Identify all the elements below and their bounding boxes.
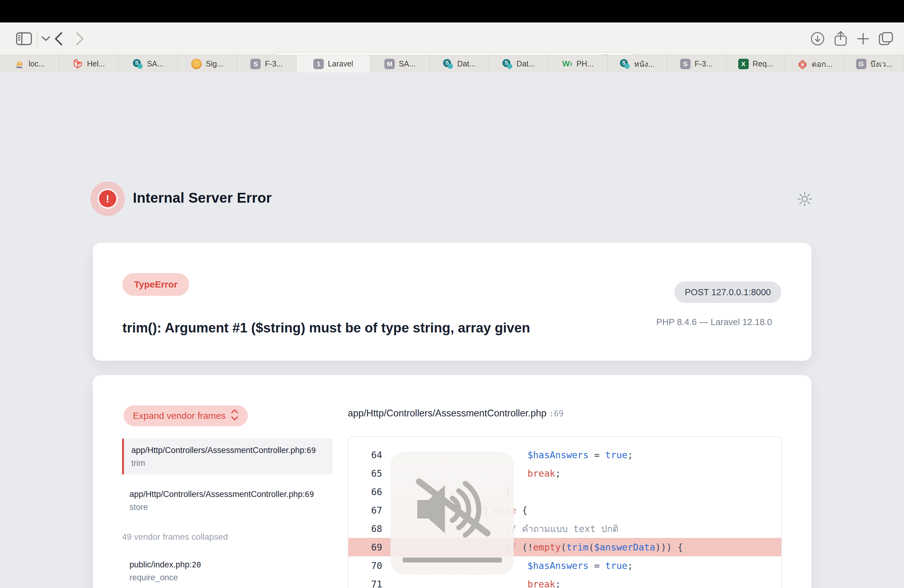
tab-9[interactable]: SDat... — [489, 55, 548, 73]
tab-label: F-3... — [695, 59, 713, 68]
letter-s-icon: S — [250, 59, 261, 69]
tab-7[interactable]: MSA... — [370, 55, 430, 73]
top-black-bar — [0, 0, 904, 22]
sharepoint-icon: S — [133, 59, 143, 69]
frame-method: trim — [131, 457, 333, 469]
code-file-line-ref: :69 — [549, 409, 564, 418]
tab-bar: PMAloc...Hel...SSA...Sig...SF-3...1Larav… — [0, 55, 904, 73]
browser-toolbar: 127.0.0.1 A x — [0, 22, 904, 55]
code-line-source: break; — [394, 579, 561, 588]
code-line-number: 66 — [354, 487, 382, 497]
tab-label: SA... — [147, 59, 164, 68]
tab-11[interactable]: Sหนัง... — [608, 55, 667, 73]
code-file-path: app/Http/Controllers/AssessmentControlle… — [348, 408, 547, 419]
trace-frame[interactable]: public/index.php:20require_once — [122, 553, 333, 588]
frame-method: store — [130, 501, 333, 513]
tab-label: ดอก... — [812, 58, 832, 70]
code-line-number: 65 — [354, 468, 382, 479]
new-tab-icon[interactable] — [857, 32, 869, 45]
tab-label: Dat... — [517, 59, 535, 68]
request-method-badge: POST 127.0.0.1:8000 — [674, 281, 781, 303]
sharepoint-icon: S — [502, 59, 512, 69]
tab-label: หนัง... — [634, 58, 654, 70]
share-icon[interactable] — [834, 31, 847, 46]
frame-line-number: 69 — [307, 446, 316, 455]
sidebar-toggle-icon[interactable] — [16, 32, 32, 45]
tab-label: Sig... — [206, 59, 223, 68]
tab-3[interactable]: SSA... — [119, 55, 178, 73]
tab-4[interactable]: Sig... — [178, 55, 237, 73]
letter-s-icon: S — [680, 59, 691, 69]
environment-versions: PHP 8.4.6 — Laravel 12.18.0 — [656, 317, 772, 327]
code-file-header: app/Http/Controllers/AssessmentControlle… — [348, 408, 564, 419]
tab-14[interactable]: ดอก... — [785, 55, 845, 73]
expand-collapse-chevrons-icon — [231, 409, 239, 423]
trace-frame-active[interactable]: app/Http/Controllers/AssessmentControlle… — [122, 439, 333, 474]
phpmyadmin-icon: PMA — [14, 59, 25, 69]
code-line-number: 67 — [354, 505, 382, 516]
exception-type-badge: TypeError — [122, 273, 189, 296]
code-line-number: 68 — [354, 523, 382, 534]
theme-toggle-sun-icon[interactable] — [797, 191, 812, 208]
exception-message: trim(): Argument #1 ($string) must be of… — [122, 320, 530, 335]
expand-vendor-frames-label: Expand vendor frames — [133, 411, 226, 421]
back-button-icon[interactable] — [54, 32, 63, 46]
tab-label: SA... — [399, 59, 416, 68]
tab-13[interactable]: XReq... — [726, 55, 785, 73]
exclamation-icon: ! — [99, 190, 116, 207]
letter-g-icon: G — [856, 59, 866, 69]
tab-label: loc... — [28, 59, 45, 68]
frame-path: public/index.php:20 — [130, 558, 333, 571]
tab-label: PH... — [577, 59, 594, 68]
volume-mute-hud — [390, 452, 514, 575]
red-chevrons-icon — [797, 59, 808, 69]
svg-text:PMA: PMA — [16, 66, 23, 69]
gold-seal-icon — [191, 59, 202, 69]
code-line-number: 71 — [354, 579, 382, 588]
muted-speaker-icon — [406, 473, 498, 546]
frame-line-number: 20 — [192, 560, 201, 569]
error-summary-card: TypeError trim(): Argument #1 ($string) … — [93, 243, 811, 361]
downloads-icon[interactable] — [811, 32, 825, 46]
sharepoint-icon: S — [443, 59, 453, 69]
frame-path: app/Http/Controllers/AssessmentControlle… — [131, 444, 333, 457]
frame-path: app/Http/Controllers/AssessmentControlle… — [130, 488, 333, 501]
tab-15[interactable]: Gบึงเว... — [845, 55, 904, 73]
w3schools-icon: W3 — [562, 59, 572, 69]
tab-6-active[interactable]: 1Laravel — [296, 55, 370, 73]
code-line: 71 break; — [348, 575, 781, 588]
tab-overview-icon[interactable] — [878, 32, 893, 46]
error-alert-icon: ! — [90, 182, 125, 216]
laravel-icon — [73, 59, 83, 69]
expand-vendor-frames-button[interactable]: Expand vendor frames — [123, 405, 248, 426]
page-title: Internal Server Error — [133, 190, 272, 206]
tab-5[interactable]: SF-3... — [237, 55, 296, 73]
code-line-number: 64 — [354, 450, 382, 460]
frame-method: require_once — [130, 571, 333, 584]
letter-m-icon: M — [384, 59, 395, 69]
trace-collapsed-note: 49 vendor frames collapsed — [122, 526, 334, 547]
excel-icon: X — [738, 59, 749, 69]
code-line-number: 69 — [354, 542, 382, 553]
tab-label: F-3... — [265, 59, 283, 68]
trace-frame[interactable]: app/Http/Controllers/AssessmentControlle… — [122, 482, 333, 518]
volume-level-bar — [403, 558, 502, 563]
tab-12[interactable]: SF-3... — [667, 55, 726, 73]
tab-2[interactable]: Hel... — [59, 55, 119, 73]
code-line-number: 70 — [354, 560, 382, 571]
frame-line-number: 69 — [305, 490, 314, 499]
trace-frame-list: app/Http/Controllers/AssessmentControlle… — [122, 439, 334, 588]
error-page: ! Internal Server Error TypeError trim()… — [0, 73, 904, 588]
tab-label: Dat... — [457, 59, 476, 68]
number-1-icon: 1 — [313, 59, 324, 69]
toolbar-divider — [37, 30, 38, 47]
tab-10[interactable]: W3PH... — [548, 55, 608, 73]
tab-label: Req... — [753, 59, 773, 68]
chevron-down-icon[interactable] — [41, 36, 51, 41]
tab-label: Laravel — [328, 59, 353, 68]
tab-1[interactable]: PMAloc... — [0, 55, 59, 73]
sharepoint-icon: S — [620, 59, 630, 69]
forward-button-icon[interactable] — [76, 32, 84, 46]
tab-8[interactable]: SDat... — [430, 55, 489, 73]
tab-label: บึงเว... — [871, 58, 893, 70]
